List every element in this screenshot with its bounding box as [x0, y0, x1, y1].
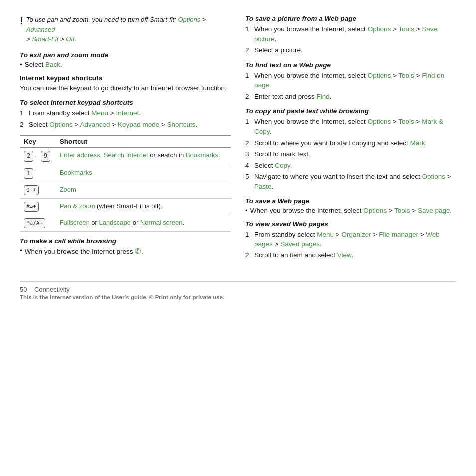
- ft-options: Options: [368, 72, 391, 79]
- step-num-2: 2: [20, 120, 25, 130]
- table-row: 1 Bookmarks: [20, 165, 231, 182]
- copy-paste-section: To copy and paste text while browsing 1 …: [245, 107, 456, 191]
- step-1-text: From standby select Menu > Internet.: [29, 108, 141, 118]
- bullet-dot-2: •: [20, 247, 22, 256]
- cp-options-2: Options: [422, 173, 445, 180]
- bullet-dot-3: •: [245, 207, 248, 214]
- view-saved-list: 1 From standby select Menu > Organizer >…: [245, 230, 456, 260]
- vs-num-1: 1: [245, 230, 250, 249]
- sp-step-2: Select a picture.: [254, 45, 303, 55]
- view-saved-section: To view saved Web pages 1 From standby s…: [245, 220, 456, 260]
- save-webpage-item: • When you browse the Internet, select O…: [245, 207, 456, 214]
- save-picture-list: 1 When you browse the Internet, select O…: [245, 24, 456, 55]
- save-picture-heading: To save a picture from a Web page: [245, 15, 456, 22]
- save-webpage-section: To save a Web page • When you browse the…: [245, 197, 456, 214]
- vs-text-1: From standby select Menu > Organizer > F…: [254, 230, 456, 249]
- key-cell-0: 0 +: [20, 182, 56, 198]
- copy-paste-heading: To copy and paste text while browsing: [245, 107, 456, 115]
- ft-step-1: When you browse the Internet, select Opt…: [254, 71, 456, 90]
- note-advanced-link: Advanced: [26, 26, 55, 33]
- vs-view-link: View: [337, 251, 351, 259]
- internet-link: Internet: [116, 109, 139, 117]
- step-num-1: 1: [20, 108, 25, 118]
- keypad-shortcuts-heading: Internet keypad shortcuts: [20, 74, 231, 82]
- bookmarks-link-1: Bookmarks: [186, 151, 218, 159]
- footer: 50 Connectivity This is the Internet ver…: [20, 281, 456, 300]
- select-shortcuts-heading: To select Internet keypad shortcuts: [20, 99, 231, 106]
- exit-pan-item: • Select Back.: [20, 61, 231, 68]
- ft-num-1: 1: [245, 71, 250, 90]
- menu-link: Menu: [91, 109, 108, 117]
- find-text-step-2: 2 Enter text and press Find.: [245, 92, 456, 102]
- sp-tools: Tools: [398, 25, 414, 33]
- sp-step-1: When you browse the Internet, select Opt…: [254, 24, 456, 44]
- save-picture-step-1: 1 When you browse the Internet, select O…: [245, 24, 456, 44]
- make-call-item: • When you browse the Internet press ✆.: [20, 247, 231, 256]
- cp-text-4: Select Copy.: [254, 161, 292, 171]
- key-sym-0: 0 +: [24, 185, 39, 195]
- exit-pan-heading: To exit pan and zoom mode: [20, 51, 231, 59]
- key-cell-1: 1: [20, 165, 56, 182]
- find-text-section: To find text on a Web page 1 When you br…: [245, 61, 456, 102]
- shortcut-step-2: 2 Select Options > Advanced > Keypad mod…: [20, 120, 231, 130]
- table-row: 0 + Zoom: [20, 182, 231, 198]
- vs-num-2: 2: [245, 250, 250, 260]
- note-sep1: >: [200, 16, 206, 23]
- fullscreen-link: Fullscreen: [60, 219, 90, 226]
- cp-num-1: 1: [245, 117, 250, 136]
- bullet-dot: •: [20, 61, 22, 68]
- select-shortcuts-section: To select Internet keypad shortcuts 1 Fr…: [20, 99, 231, 129]
- cp-text-3: Scroll to mark text.: [254, 149, 310, 159]
- save-webpage-text: When you browse the Internet, select Opt…: [250, 207, 452, 214]
- shortcut-cell-0: Zoom: [56, 182, 231, 198]
- key-cell-hash: #↵♦: [20, 198, 56, 215]
- left-column: ! To use pan and zoom, you need to turn …: [20, 15, 231, 266]
- ft-find-on-page: Find on page: [254, 72, 444, 89]
- key-badge-9: 9: [41, 151, 50, 161]
- note-intro: To use pan and zoom, you need to turn of…: [26, 16, 178, 23]
- key-cell-29: 2 – 9: [20, 148, 56, 165]
- save-picture-section: To save a picture from a Web page 1 When…: [245, 15, 456, 55]
- shortcuts-link: Shortcuts: [167, 121, 196, 128]
- copy-paste-list: 1 When you browse the Internet, select O…: [245, 117, 456, 191]
- cp-text-5: Navigate to where you want to insert the…: [254, 172, 456, 191]
- save-picture-step-2: 2 Select a picture.: [245, 45, 456, 55]
- vs-menu: Menu: [317, 231, 334, 238]
- cp-paste-link: Paste: [254, 183, 272, 190]
- table-row: 2 – 9 Enter address, Search Internet or …: [20, 148, 231, 165]
- footer-disclaimer: This is the Internet version of the User…: [20, 294, 456, 300]
- make-call-section: To make a call while browsing • When you…: [20, 238, 231, 256]
- keypad-shortcuts-section: Internet keypad shortcuts You can use th…: [20, 74, 231, 93]
- search-internet-link: Search Internet: [104, 151, 148, 159]
- zoom-link: Zoom: [60, 186, 76, 193]
- sw-save-page: Save page: [418, 207, 450, 214]
- key-sym-hash: #↵♦: [24, 202, 39, 212]
- shortcut-cell-29: Enter address, Search Internet or search…: [56, 148, 231, 165]
- advanced-link-2: Advanced: [80, 121, 110, 128]
- find-text-list: 1 When you browse the Internet, select O…: [245, 71, 456, 102]
- vs-file-manager: File manager: [379, 231, 418, 238]
- note-icon: !: [20, 15, 23, 44]
- note-options-link: Options: [178, 16, 200, 23]
- cp-num-2: 2: [245, 138, 250, 148]
- cp-tools: Tools: [398, 118, 414, 125]
- options-link-2: Options: [49, 121, 73, 128]
- cp-num-3: 3: [245, 149, 250, 159]
- table-row: #↵♦ Pan & zoom (when Smart-Fit is off).: [20, 198, 231, 215]
- exit-pan-text: Select Back.: [25, 61, 62, 68]
- note-block: ! To use pan and zoom, you need to turn …: [20, 15, 231, 44]
- cp-step-3: 3 Scroll to mark text.: [245, 149, 456, 159]
- sw-options: Options: [363, 207, 387, 214]
- landscape-link: Landscape: [99, 219, 131, 226]
- key-dash: –: [35, 152, 41, 159]
- cp-mark-link: Mark: [410, 139, 425, 147]
- cp-text-1: When you browse the Internet, select Opt…: [254, 117, 456, 136]
- make-call-text: When you browse the Internet press ✆.: [25, 247, 143, 256]
- cp-step-5: 5 Navigate to where you want to insert t…: [245, 172, 456, 191]
- sw-tools: Tools: [394, 207, 410, 214]
- exit-pan-section: To exit pan and zoom mode • Select Back.: [20, 51, 231, 68]
- back-link: Back: [45, 61, 60, 68]
- ft-num-2: 2: [245, 92, 250, 102]
- normal-screen-link: Normal screen: [140, 219, 183, 226]
- key-cell-star: *a/A→: [20, 215, 56, 231]
